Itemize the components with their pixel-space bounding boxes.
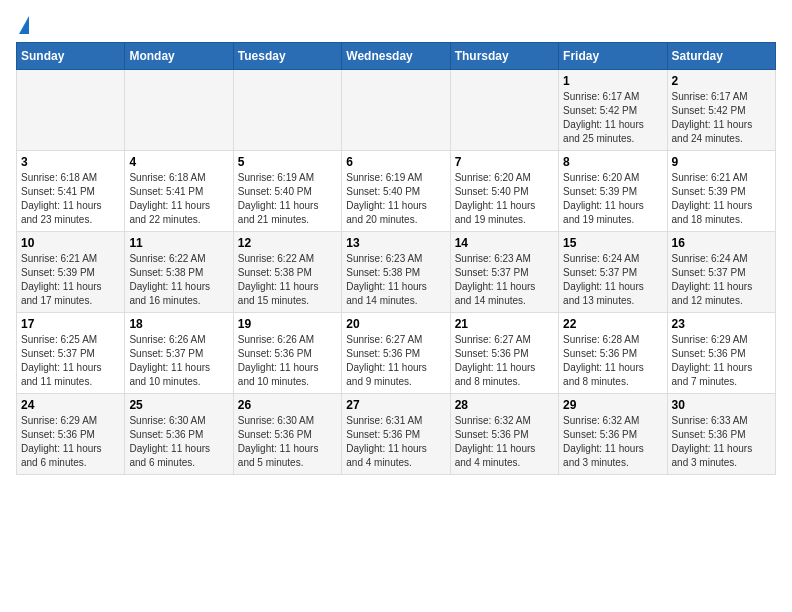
calendar-table: SundayMondayTuesdayWednesdayThursdayFrid… xyxy=(16,42,776,475)
calendar-cell: 8Sunrise: 6:20 AM Sunset: 5:39 PM Daylig… xyxy=(559,151,667,232)
calendar-cell xyxy=(125,70,233,151)
calendar-cell: 7Sunrise: 6:20 AM Sunset: 5:40 PM Daylig… xyxy=(450,151,558,232)
calendar-cell: 17Sunrise: 6:25 AM Sunset: 5:37 PM Dayli… xyxy=(17,313,125,394)
day-info: Sunrise: 6:22 AM Sunset: 5:38 PM Dayligh… xyxy=(129,252,228,308)
day-number: 13 xyxy=(346,236,445,250)
day-number: 3 xyxy=(21,155,120,169)
day-number: 28 xyxy=(455,398,554,412)
day-number: 14 xyxy=(455,236,554,250)
day-info: Sunrise: 6:32 AM Sunset: 5:36 PM Dayligh… xyxy=(455,414,554,470)
calendar-week-row: 24Sunrise: 6:29 AM Sunset: 5:36 PM Dayli… xyxy=(17,394,776,475)
calendar-header-tuesday: Tuesday xyxy=(233,43,341,70)
day-number: 12 xyxy=(238,236,337,250)
day-info: Sunrise: 6:24 AM Sunset: 5:37 PM Dayligh… xyxy=(563,252,662,308)
day-number: 6 xyxy=(346,155,445,169)
calendar-header-monday: Monday xyxy=(125,43,233,70)
calendar-header-thursday: Thursday xyxy=(450,43,558,70)
day-number: 25 xyxy=(129,398,228,412)
day-info: Sunrise: 6:21 AM Sunset: 5:39 PM Dayligh… xyxy=(21,252,120,308)
calendar-cell: 19Sunrise: 6:26 AM Sunset: 5:36 PM Dayli… xyxy=(233,313,341,394)
calendar-cell: 12Sunrise: 6:22 AM Sunset: 5:38 PM Dayli… xyxy=(233,232,341,313)
day-info: Sunrise: 6:23 AM Sunset: 5:38 PM Dayligh… xyxy=(346,252,445,308)
calendar-cell: 15Sunrise: 6:24 AM Sunset: 5:37 PM Dayli… xyxy=(559,232,667,313)
calendar-cell: 9Sunrise: 6:21 AM Sunset: 5:39 PM Daylig… xyxy=(667,151,775,232)
calendar-cell: 21Sunrise: 6:27 AM Sunset: 5:36 PM Dayli… xyxy=(450,313,558,394)
calendar-cell: 2Sunrise: 6:17 AM Sunset: 5:42 PM Daylig… xyxy=(667,70,775,151)
day-info: Sunrise: 6:27 AM Sunset: 5:36 PM Dayligh… xyxy=(455,333,554,389)
calendar-cell: 20Sunrise: 6:27 AM Sunset: 5:36 PM Dayli… xyxy=(342,313,450,394)
day-number: 17 xyxy=(21,317,120,331)
day-info: Sunrise: 6:17 AM Sunset: 5:42 PM Dayligh… xyxy=(563,90,662,146)
calendar-cell: 10Sunrise: 6:21 AM Sunset: 5:39 PM Dayli… xyxy=(17,232,125,313)
day-number: 1 xyxy=(563,74,662,88)
day-number: 21 xyxy=(455,317,554,331)
day-info: Sunrise: 6:21 AM Sunset: 5:39 PM Dayligh… xyxy=(672,171,771,227)
calendar-cell xyxy=(233,70,341,151)
day-info: Sunrise: 6:17 AM Sunset: 5:42 PM Dayligh… xyxy=(672,90,771,146)
calendar-cell xyxy=(17,70,125,151)
day-number: 26 xyxy=(238,398,337,412)
day-number: 8 xyxy=(563,155,662,169)
day-info: Sunrise: 6:19 AM Sunset: 5:40 PM Dayligh… xyxy=(238,171,337,227)
calendar-week-row: 3Sunrise: 6:18 AM Sunset: 5:41 PM Daylig… xyxy=(17,151,776,232)
day-number: 27 xyxy=(346,398,445,412)
calendar-cell: 29Sunrise: 6:32 AM Sunset: 5:36 PM Dayli… xyxy=(559,394,667,475)
day-number: 29 xyxy=(563,398,662,412)
calendar-cell: 1Sunrise: 6:17 AM Sunset: 5:42 PM Daylig… xyxy=(559,70,667,151)
logo xyxy=(16,16,29,32)
day-info: Sunrise: 6:33 AM Sunset: 5:36 PM Dayligh… xyxy=(672,414,771,470)
day-number: 30 xyxy=(672,398,771,412)
day-number: 22 xyxy=(563,317,662,331)
calendar-cell: 14Sunrise: 6:23 AM Sunset: 5:37 PM Dayli… xyxy=(450,232,558,313)
day-info: Sunrise: 6:20 AM Sunset: 5:40 PM Dayligh… xyxy=(455,171,554,227)
calendar-cell: 5Sunrise: 6:19 AM Sunset: 5:40 PM Daylig… xyxy=(233,151,341,232)
calendar-cell: 11Sunrise: 6:22 AM Sunset: 5:38 PM Dayli… xyxy=(125,232,233,313)
logo-triangle-icon xyxy=(19,16,29,34)
day-info: Sunrise: 6:32 AM Sunset: 5:36 PM Dayligh… xyxy=(563,414,662,470)
day-number: 18 xyxy=(129,317,228,331)
day-info: Sunrise: 6:31 AM Sunset: 5:36 PM Dayligh… xyxy=(346,414,445,470)
day-info: Sunrise: 6:30 AM Sunset: 5:36 PM Dayligh… xyxy=(129,414,228,470)
day-number: 2 xyxy=(672,74,771,88)
calendar-header-sunday: Sunday xyxy=(17,43,125,70)
calendar-week-row: 17Sunrise: 6:25 AM Sunset: 5:37 PM Dayli… xyxy=(17,313,776,394)
calendar-cell: 23Sunrise: 6:29 AM Sunset: 5:36 PM Dayli… xyxy=(667,313,775,394)
calendar-cell: 30Sunrise: 6:33 AM Sunset: 5:36 PM Dayli… xyxy=(667,394,775,475)
day-number: 4 xyxy=(129,155,228,169)
day-number: 11 xyxy=(129,236,228,250)
calendar-cell xyxy=(342,70,450,151)
day-number: 23 xyxy=(672,317,771,331)
day-number: 10 xyxy=(21,236,120,250)
day-info: Sunrise: 6:27 AM Sunset: 5:36 PM Dayligh… xyxy=(346,333,445,389)
calendar-cell: 27Sunrise: 6:31 AM Sunset: 5:36 PM Dayli… xyxy=(342,394,450,475)
day-number: 24 xyxy=(21,398,120,412)
calendar-cell: 6Sunrise: 6:19 AM Sunset: 5:40 PM Daylig… xyxy=(342,151,450,232)
day-number: 19 xyxy=(238,317,337,331)
calendar-header-saturday: Saturday xyxy=(667,43,775,70)
day-info: Sunrise: 6:19 AM Sunset: 5:40 PM Dayligh… xyxy=(346,171,445,227)
calendar-cell: 13Sunrise: 6:23 AM Sunset: 5:38 PM Dayli… xyxy=(342,232,450,313)
calendar-cell: 18Sunrise: 6:26 AM Sunset: 5:37 PM Dayli… xyxy=(125,313,233,394)
calendar-header-row: SundayMondayTuesdayWednesdayThursdayFrid… xyxy=(17,43,776,70)
calendar-cell: 3Sunrise: 6:18 AM Sunset: 5:41 PM Daylig… xyxy=(17,151,125,232)
calendar-cell: 26Sunrise: 6:30 AM Sunset: 5:36 PM Dayli… xyxy=(233,394,341,475)
day-info: Sunrise: 6:29 AM Sunset: 5:36 PM Dayligh… xyxy=(672,333,771,389)
day-info: Sunrise: 6:18 AM Sunset: 5:41 PM Dayligh… xyxy=(129,171,228,227)
day-info: Sunrise: 6:28 AM Sunset: 5:36 PM Dayligh… xyxy=(563,333,662,389)
day-info: Sunrise: 6:26 AM Sunset: 5:36 PM Dayligh… xyxy=(238,333,337,389)
day-info: Sunrise: 6:29 AM Sunset: 5:36 PM Dayligh… xyxy=(21,414,120,470)
calendar-cell: 28Sunrise: 6:32 AM Sunset: 5:36 PM Dayli… xyxy=(450,394,558,475)
day-info: Sunrise: 6:30 AM Sunset: 5:36 PM Dayligh… xyxy=(238,414,337,470)
calendar-header-wednesday: Wednesday xyxy=(342,43,450,70)
day-number: 20 xyxy=(346,317,445,331)
day-number: 5 xyxy=(238,155,337,169)
page-header xyxy=(16,16,776,32)
day-info: Sunrise: 6:23 AM Sunset: 5:37 PM Dayligh… xyxy=(455,252,554,308)
day-info: Sunrise: 6:18 AM Sunset: 5:41 PM Dayligh… xyxy=(21,171,120,227)
day-number: 16 xyxy=(672,236,771,250)
day-info: Sunrise: 6:25 AM Sunset: 5:37 PM Dayligh… xyxy=(21,333,120,389)
day-number: 15 xyxy=(563,236,662,250)
day-info: Sunrise: 6:20 AM Sunset: 5:39 PM Dayligh… xyxy=(563,171,662,227)
calendar-cell xyxy=(450,70,558,151)
day-info: Sunrise: 6:26 AM Sunset: 5:37 PM Dayligh… xyxy=(129,333,228,389)
